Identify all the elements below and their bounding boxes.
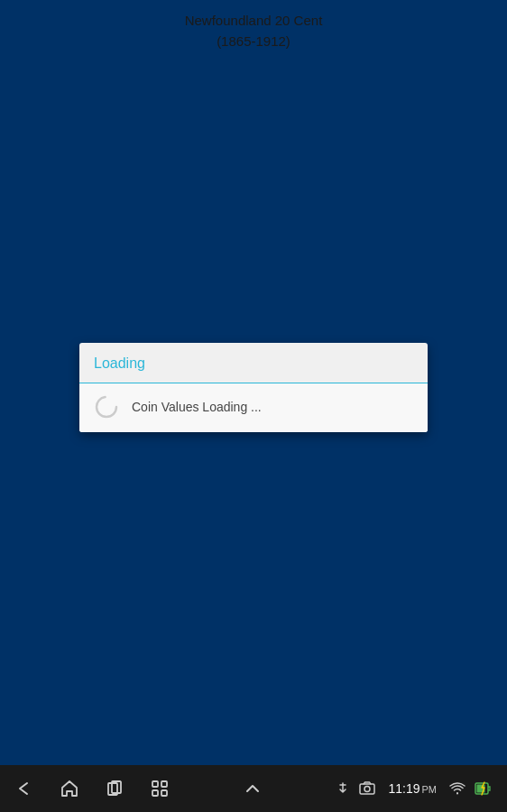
time-display: 11:19PM: [384, 780, 440, 797]
nav-left: [14, 779, 170, 798]
home-button[interactable]: [60, 779, 79, 798]
nav-center[interactable]: [243, 779, 263, 798]
nav-bar: 11:19PM: [0, 765, 507, 812]
svg-point-8: [364, 787, 370, 792]
svg-rect-5: [152, 790, 158, 796]
svg-rect-4: [161, 781, 167, 787]
wifi-icon: [449, 781, 466, 796]
usb-icon: [336, 781, 350, 796]
page-title: Newfoundland 20 Cent (1865-1912): [0, 0, 507, 51]
svg-point-0: [97, 397, 116, 417]
loading-title: Loading: [94, 355, 145, 371]
loading-message: Coin Values Loading ...: [132, 400, 262, 414]
spinner-icon: [94, 394, 119, 420]
svg-rect-6: [161, 790, 167, 796]
status-bar: 11:19PM: [336, 780, 493, 797]
back-button[interactable]: [14, 779, 34, 798]
loading-body: Coin Values Loading ...: [79, 383, 428, 432]
recents-button[interactable]: [105, 779, 124, 798]
photo-icon: [359, 781, 375, 796]
svg-rect-7: [360, 784, 374, 794]
time-text: 11:19PM: [388, 781, 437, 796]
loading-header: Loading: [79, 343, 428, 383]
battery-icon: [475, 780, 493, 797]
menu-button[interactable]: [150, 779, 170, 798]
svg-rect-3: [152, 781, 158, 787]
loading-dialog: Loading Coin Values Loading ...: [79, 343, 428, 432]
